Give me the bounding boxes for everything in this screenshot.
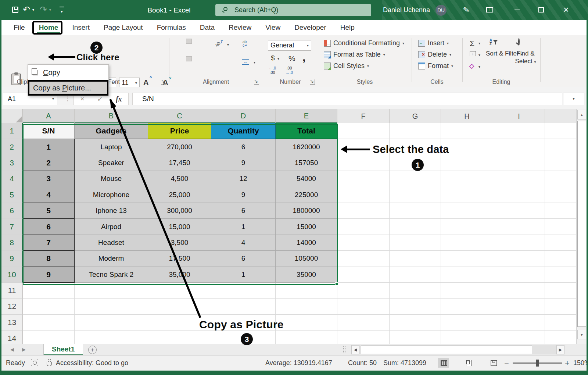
scrollbar-resize-handle[interactable] [345, 346, 345, 353]
cell-I3[interactable] [493, 155, 545, 171]
cell-C5[interactable]: 25,000 [148, 187, 211, 203]
orientation-icon[interactable]: ab↗ [214, 38, 225, 48]
number-format-select[interactable]: General▾ [268, 40, 311, 51]
column-header-blank[interactable] [545, 109, 576, 123]
cell-C7[interactable]: 15,000 [148, 219, 211, 235]
align-bottom-icon[interactable] [200, 39, 206, 44]
cell-F8[interactable] [337, 235, 390, 251]
cell-H14[interactable] [441, 331, 493, 344]
fill-down-icon[interactable]: ↓ [470, 51, 476, 56]
cell-D12[interactable] [211, 299, 276, 314]
cell-D9[interactable]: 6 [211, 251, 276, 267]
cell-styles-button[interactable]: Cell Styles▾ [324, 62, 404, 70]
table-header-quantity[interactable]: Quantity [211, 123, 276, 139]
fill-handle[interactable] [335, 282, 338, 286]
vertical-scroll-thumb[interactable] [577, 121, 586, 327]
cell-A14[interactable] [23, 331, 75, 344]
row-header-12[interactable]: 12 [1, 299, 23, 314]
table-header-sn[interactable]: S/N [23, 123, 75, 139]
cell-F4[interactable] [337, 171, 390, 187]
cell-I5[interactable] [493, 187, 545, 203]
row-header-13[interactable]: 13 [1, 315, 23, 331]
find-select-icon[interactable] [518, 38, 520, 46]
column-header-H[interactable]: H [441, 109, 493, 123]
chevron-down-icon[interactable]: ▾ [227, 43, 229, 47]
merge-center-icon[interactable]: ↔ [242, 59, 249, 65]
scroll-right-icon[interactable]: ▶ [556, 345, 564, 354]
cell-I8[interactable] [493, 235, 545, 251]
cell-D11[interactable] [211, 283, 276, 299]
percent-icon[interactable]: % [288, 54, 295, 63]
column-header-G[interactable]: G [390, 109, 441, 123]
cell-D5[interactable]: 9 [211, 187, 276, 203]
find-select-button[interactable]: Find & Select ▾ [511, 50, 540, 65]
cell-F12[interactable] [337, 299, 390, 314]
cell-B14[interactable] [75, 331, 148, 344]
tab-data[interactable]: Data [193, 20, 222, 35]
cell-x14[interactable] [545, 331, 576, 344]
row-header-8[interactable]: 8 [1, 235, 23, 251]
cell-D2[interactable]: 6 [211, 139, 276, 155]
cell-G6[interactable] [390, 203, 441, 219]
row-header-14[interactable]: 14 [1, 331, 23, 344]
cell-F3[interactable] [337, 155, 390, 171]
clear-icon[interactable]: ◇ [469, 63, 474, 69]
cell-H12[interactable] [441, 299, 493, 314]
cell-A6[interactable]: 5 [23, 203, 75, 219]
cell-G12[interactable] [390, 299, 441, 314]
accessibility-status[interactable]: Accessibility: Good to go [56, 359, 128, 367]
column-header-B[interactable]: B [75, 109, 148, 123]
cancel-icon[interactable]: × [80, 95, 84, 103]
cell-G13[interactable] [390, 315, 441, 331]
search-input[interactable]: Search (Alt+Q) [215, 4, 371, 16]
cell-F10[interactable] [337, 267, 390, 283]
cell-B2[interactable]: Laptop [75, 139, 148, 155]
align-right-icon[interactable] [200, 56, 206, 61]
zoom-in-icon[interactable]: + [565, 358, 570, 368]
tab-help[interactable]: Help [333, 20, 362, 35]
undo-chevron-icon[interactable]: ▾ [32, 8, 34, 12]
cell-G4[interactable] [390, 171, 441, 187]
chevron-down-icon[interactable]: ▾ [478, 53, 480, 57]
cell-E5[interactable]: 225000 [276, 187, 337, 203]
cell-A4[interactable]: 3 [23, 171, 75, 187]
cell-B13[interactable] [75, 315, 148, 331]
cell-I6[interactable] [493, 203, 545, 219]
add-sheet-icon[interactable]: + [88, 346, 97, 354]
tab-view[interactable]: View [258, 20, 287, 35]
align-top-icon[interactable] [173, 39, 179, 44]
tab-formulas[interactable]: Formulas [150, 20, 193, 35]
autosum-icon[interactable]: Σ [470, 39, 474, 47]
table-header-gadgets[interactable]: Gadgets [75, 123, 148, 139]
cell-B5[interactable]: Microphone [75, 187, 148, 203]
undo-icon[interactable]: ↶ [23, 5, 30, 14]
tab-file[interactable]: File [7, 20, 32, 35]
cell-A10[interactable]: 9 [23, 267, 75, 283]
cell-E3[interactable]: 157050 [276, 155, 337, 171]
wrap-text-icon[interactable]: abc↵ [243, 40, 247, 47]
cell-C2[interactable]: 270,000 [148, 139, 211, 155]
scroll-down-icon[interactable]: ▼ [577, 330, 586, 339]
cell-E7[interactable]: 15000 [276, 219, 337, 235]
cell-F14[interactable] [337, 331, 390, 344]
cell-B9[interactable]: Moderm [75, 251, 148, 267]
page-break-view-icon[interactable] [488, 358, 499, 368]
cell-E4[interactable]: 54000 [276, 171, 337, 187]
minimize-button[interactable] [514, 10, 520, 10]
cell-B3[interactable]: Speaker [75, 155, 148, 171]
cell-x1[interactable] [545, 123, 576, 139]
cell-A3[interactable]: 2 [23, 155, 75, 171]
chevron-down-icon[interactable]: ▾ [254, 61, 255, 64]
align-center-icon[interactable] [186, 56, 192, 61]
table-header-total[interactable]: Total [276, 123, 337, 139]
cell-D6[interactable]: 6 [211, 203, 276, 219]
chevron-down-icon[interactable]: ▾ [277, 57, 279, 61]
cell-A7[interactable]: 6 [23, 219, 75, 235]
cell-E9[interactable]: 105000 [276, 251, 337, 267]
cell-E11[interactable] [276, 283, 337, 299]
cell-x11[interactable] [545, 283, 576, 299]
macro-record-icon[interactable] [31, 359, 38, 366]
cell-x6[interactable] [545, 203, 576, 219]
scroll-up-icon[interactable]: ▲ [577, 110, 586, 119]
cell-C3[interactable]: 17,450 [148, 155, 211, 171]
